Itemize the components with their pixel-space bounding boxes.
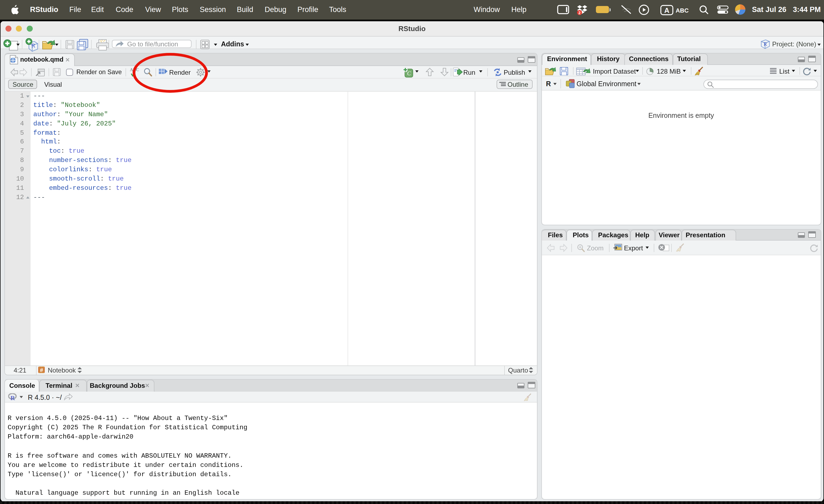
svg-text:ABC: ABC: [676, 7, 689, 14]
svg-text:2: 2: [579, 11, 581, 15]
svg-text:C: C: [407, 70, 411, 76]
svg-text:R: R: [10, 395, 15, 400]
svg-text:#: #: [40, 367, 43, 373]
svg-text:R: R: [763, 41, 767, 47]
svg-text:A: A: [664, 6, 670, 14]
